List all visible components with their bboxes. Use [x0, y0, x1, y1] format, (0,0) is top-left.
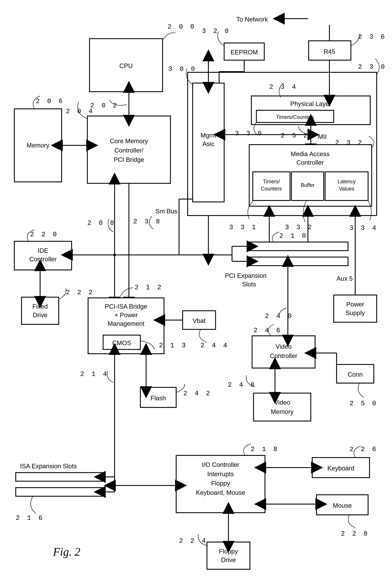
svg-text:Drive: Drive: [33, 311, 48, 318]
ref-204: 2 0 4: [66, 108, 94, 115]
ref-234: 2 3 4: [269, 83, 298, 91]
isa-slot-1: [16, 473, 105, 481]
mii-label: MII: [318, 133, 327, 140]
ref-331: 3 3 1: [229, 224, 258, 231]
ref-242: 2 4 2: [183, 390, 212, 397]
svg-text:Management: Management: [108, 320, 144, 327]
ref-208: 2 0 8: [87, 219, 116, 227]
ref-232: 2 3 2: [335, 139, 364, 147]
svg-text:Fixed: Fixed: [32, 303, 48, 310]
mac-buf-label: Buffer: [301, 182, 314, 188]
svg-text:Core Memory: Core Memory: [110, 138, 148, 145]
svg-text:Controller: Controller: [270, 352, 297, 359]
svg-text:Floppy: Floppy: [211, 480, 230, 487]
diagram-root: CPU 2 0 0 To Network EEPROM 3 2 0 R45 2 …: [0, 0, 392, 580]
ref-334: 3 3 4: [350, 224, 378, 232]
ref-330: 3 3 0: [235, 130, 263, 137]
svg-text:Controller/: Controller/: [115, 147, 144, 154]
ref-216: 2 1 6: [16, 514, 44, 522]
svg-text:PCI-ISA Bridge: PCI-ISA Bridge: [105, 303, 147, 310]
ref-230: 2 3 0: [358, 63, 387, 71]
power-supply-block: [334, 295, 377, 322]
smbus-l1: Sm Bus: [155, 208, 177, 215]
svg-text:Counters: Counters: [261, 186, 282, 192]
svg-text:Timers/: Timers/: [263, 179, 280, 184]
kbd-label: Keyboard: [327, 465, 354, 472]
to-network-label: To Network: [236, 16, 268, 23]
vbat-label: Vbat: [193, 317, 206, 324]
ref-250: 2 5 0: [350, 400, 378, 407]
ref-202: 2 0 2: [90, 102, 119, 109]
svg-text:Drive: Drive: [221, 556, 236, 563]
ref-236: 2 3 6: [358, 33, 387, 41]
mac-line1: Media Access: [291, 150, 329, 157]
ref-248: 2 4 8: [228, 381, 256, 389]
ref-210: 2 1 0: [279, 232, 308, 240]
svg-text:Video: Video: [274, 399, 290, 406]
ref-206: 2 0 6: [36, 98, 64, 105]
svg-text:Latency: Latency: [338, 179, 356, 184]
conn-label: Conn: [348, 371, 363, 378]
mac-line2: Controller: [296, 159, 324, 166]
video-ctrl-block: [252, 336, 315, 368]
ref-332: 3 3 2: [285, 224, 313, 231]
ref-214: 2 1 4: [80, 370, 109, 378]
isa-label: ISA Expansion Slots: [20, 462, 77, 470]
ref-246: 2 4 6: [254, 327, 282, 334]
eeprom-label: EEPROM: [231, 49, 258, 56]
ref-213: 2 1 3: [159, 342, 187, 349]
mouse-label: Mouse: [333, 502, 352, 509]
svg-text:PCI Bridge: PCI Bridge: [114, 156, 144, 163]
ref-212: 2 1 2: [135, 284, 163, 291]
pci-slot-1: [248, 242, 348, 251]
video-mem-block: [254, 393, 311, 421]
flash-label: Flash: [150, 395, 166, 402]
pci-slots-l1: PCI Expansion: [225, 272, 266, 279]
ref-222: 2 2 2: [66, 289, 94, 296]
svg-text:Floppy: Floppy: [219, 548, 238, 555]
svg-text:IDE: IDE: [38, 247, 48, 254]
fixed-drive-block: [21, 297, 59, 324]
phys-label: Physical Layer: [290, 100, 331, 107]
ref-228: 2 2 8: [341, 530, 369, 538]
cmos-label: CMOS: [112, 339, 131, 346]
svg-text:I/O Controller: I/O Controller: [202, 461, 239, 468]
ref-226: 2 2 6: [350, 446, 378, 453]
mgmt-label-2: Asic: [202, 140, 214, 147]
ref-220: 2 2 0: [30, 231, 58, 238]
ref-238: 2 3 8: [133, 218, 161, 225]
svg-text:Supply: Supply: [346, 309, 365, 316]
cpu-label: CPU: [120, 62, 133, 69]
memory-label: Memory: [27, 142, 49, 149]
svg-text:Values: Values: [339, 186, 354, 192]
ref-244: 2 4 4: [201, 342, 229, 349]
svg-text:Memory: Memory: [271, 408, 294, 415]
svg-text:Controller: Controller: [29, 256, 57, 263]
mgmt-label-1: Mgmt: [201, 132, 216, 139]
ref-300: 3 0 0: [168, 65, 197, 73]
aux5-label: Aux 5: [337, 275, 353, 282]
figure-label: Fig. 2: [53, 546, 80, 558]
phys-tc-label: Timers/Counters: [276, 114, 314, 120]
svg-text:+ Power: + Power: [115, 311, 138, 318]
ref-200: 2 0 0: [168, 23, 196, 31]
svg-text:Keyboard, Mouse: Keyboard, Mouse: [196, 489, 245, 496]
ref-252: 2 5 2: [281, 132, 309, 140]
svg-text:Interrupts: Interrupts: [207, 470, 234, 477]
r45-label: R45: [324, 48, 335, 55]
pci-slots-l2: Slots: [242, 281, 256, 288]
isa-slot-2: [16, 488, 105, 496]
ref-218: 2 1 8: [251, 446, 279, 453]
pci-slot-2: [248, 257, 348, 266]
svg-text:Video: Video: [275, 343, 292, 350]
ref-320: 3 2 0: [202, 27, 230, 35]
svg-text:Power: Power: [346, 301, 364, 308]
ref-224: 2 2 4: [179, 537, 207, 545]
floppy-block: [207, 542, 250, 569]
